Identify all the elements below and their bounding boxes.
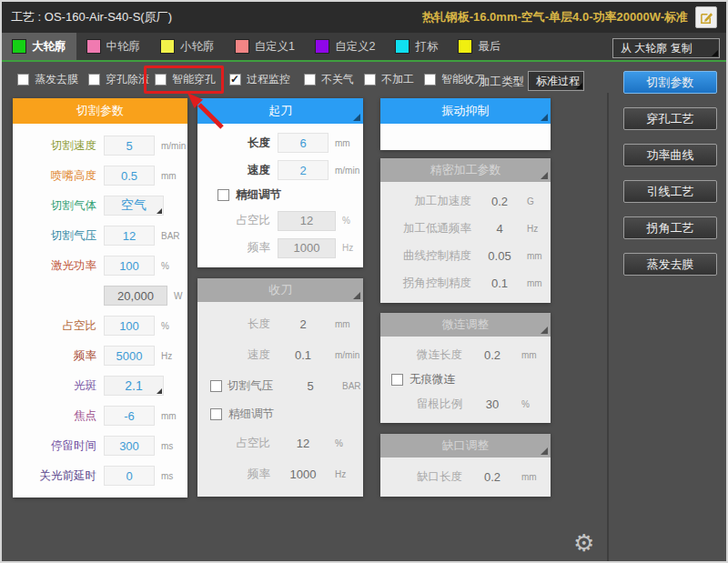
tab-big-contour[interactable]: 大轮廓 bbox=[2, 33, 76, 60]
tab-custom1[interactable]: 自定义1 bbox=[225, 33, 305, 60]
spot-size-dropdown[interactable]: 2.1 bbox=[104, 376, 164, 396]
param-unit: ms bbox=[161, 471, 173, 481]
tab-marking[interactable]: 打标 bbox=[385, 33, 448, 60]
leadin-fine-tune-checkbox[interactable]: 精细调节 bbox=[197, 187, 363, 203]
tab-mid-contour[interactable]: 中轮廓 bbox=[76, 33, 151, 60]
panel-header[interactable]: 缺口调整 bbox=[380, 434, 551, 457]
settings-gear-icon[interactable]: ⚙ bbox=[573, 531, 594, 555]
power-watts-readout: 20,000 bbox=[104, 286, 167, 306]
panel-header: 切割参数 bbox=[13, 98, 187, 124]
process-settings-window: 工艺 : OS-160-Air-S40-S(原厂) 热轧钢板-16.0mm-空气… bbox=[0, 0, 728, 563]
sidebar-button-corner-process[interactable]: 拐角工艺 bbox=[623, 216, 717, 239]
param-unit: Hz bbox=[335, 469, 346, 479]
param-unit: m/min bbox=[335, 166, 359, 176]
dropdown-corner-icon bbox=[576, 83, 582, 89]
leadin-speed-input[interactable]: 2 bbox=[278, 160, 329, 180]
leadout-gas-checkbox[interactable]: 切割气压 bbox=[197, 378, 278, 394]
laser-off-delay-input[interactable]: 0 bbox=[104, 466, 155, 486]
checkbox-process-monitor[interactable]: 过程监控 bbox=[229, 72, 290, 87]
param-label: 频率 bbox=[13, 348, 96, 364]
param-label: 长度 bbox=[197, 136, 270, 151]
sidebar-button-leadline-process[interactable]: 引线工艺 bbox=[623, 180, 717, 203]
tab-small-contour[interactable]: 小轮廓 bbox=[150, 33, 225, 60]
process-type-value: 标准过程 bbox=[536, 74, 580, 89]
frequency-input[interactable]: 5000 bbox=[104, 346, 155, 366]
checkbox-no-process[interactable]: 不加工 bbox=[364, 72, 414, 87]
panel-header[interactable]: 精密加工参数 bbox=[380, 158, 551, 182]
nozzle-height-input[interactable]: 0.5 bbox=[104, 166, 155, 186]
process-type-dropdown[interactable]: 标准过程 bbox=[528, 71, 584, 91]
param-label: 速度 bbox=[197, 347, 270, 363]
laser-power-input[interactable]: 100 bbox=[104, 256, 155, 276]
gas-pressure-input[interactable]: 12 bbox=[104, 226, 155, 246]
button-label: 功率曲线 bbox=[647, 147, 694, 164]
sidebar-button-pierce-process[interactable]: 穿孔工艺 bbox=[623, 107, 717, 130]
checkbox-label: 精细调节 bbox=[228, 407, 274, 422]
checkbox-pierce-slag[interactable]: 穿孔除渣 bbox=[88, 72, 149, 87]
leadin-frequency-input: 1000 bbox=[278, 238, 336, 258]
param-label: 曲线控制精度 bbox=[380, 248, 471, 264]
panel-header[interactable]: 振动抑制 bbox=[380, 98, 551, 124]
checkbox-icon bbox=[304, 74, 316, 85]
checkbox-evaporate-film[interactable]: 蒸发去膜 bbox=[17, 72, 78, 87]
tab-last[interactable]: 最后 bbox=[448, 33, 511, 60]
edit-icon bbox=[700, 11, 713, 25]
param-label: 占空比 bbox=[197, 436, 270, 451]
panel-header[interactable]: 微连调整 bbox=[380, 313, 551, 337]
copy-from-dropdown[interactable]: 从 大轮廓 复制 bbox=[612, 38, 720, 58]
panel-title: 振动抑制 bbox=[442, 103, 490, 119]
checkbox-icon bbox=[17, 74, 29, 85]
checkbox-label: 穿孔除渣 bbox=[106, 72, 149, 87]
param-unit: mm bbox=[161, 411, 177, 421]
microjoint-seamless-checkbox[interactable]: 无痕微连 bbox=[380, 372, 551, 387]
cut-speed-input[interactable]: 5 bbox=[104, 136, 155, 156]
param-unit: % bbox=[161, 261, 169, 271]
panel-header[interactable]: 起刀 bbox=[197, 98, 363, 124]
sidebar-button-power-curve[interactable]: 功率曲线 bbox=[623, 144, 717, 166]
leadout-duty-value: 12 bbox=[278, 433, 329, 453]
panel-header[interactable]: 收刀 bbox=[197, 278, 363, 302]
checkbox-smart-pierce[interactable]: 智能穿孔 bbox=[155, 72, 216, 87]
dwell-time-input[interactable]: 300 bbox=[104, 436, 155, 456]
focus-input[interactable]: -6 bbox=[104, 406, 155, 426]
sidebar-button-cutting-params[interactable]: 切割参数 bbox=[623, 71, 717, 94]
leadin-length-input[interactable]: 6 bbox=[278, 133, 329, 153]
panel-corner-icon bbox=[541, 172, 548, 179]
dropdown-corner-icon bbox=[157, 208, 162, 214]
param-unit: % bbox=[342, 216, 350, 226]
edit-recipe-button[interactable] bbox=[695, 6, 717, 28]
param-label: 加工加速度 bbox=[380, 194, 471, 209]
checkbox-smart-leadout[interactable]: 智能收刀 bbox=[424, 72, 485, 87]
leadin-length-row: 长度 6 mm bbox=[197, 133, 363, 153]
leadout-gas-pressure-row: 切割气压 5 BAR bbox=[197, 377, 363, 397]
leadout-fine-tune-checkbox[interactable]: 精细调节 bbox=[197, 407, 363, 422]
checkbox-label: 不关气 bbox=[321, 72, 354, 87]
param-label: 缺口长度 bbox=[380, 469, 462, 485]
checkbox-label: 智能穿孔 bbox=[172, 72, 216, 87]
dropdown-corner-icon bbox=[712, 50, 718, 56]
param-unit: ms bbox=[161, 441, 173, 451]
checkbox-gas-on[interactable]: 不关气 bbox=[304, 72, 354, 87]
precision-corner-value: 0.1 bbox=[479, 274, 521, 294]
param-unit: W bbox=[174, 291, 182, 301]
process-type-label: 加工类型 bbox=[479, 75, 524, 90]
checkbox-icon bbox=[229, 74, 241, 85]
sidebar-button-evaporate-film[interactable]: 蒸发去膜 bbox=[623, 253, 717, 276]
tab-color-swatch bbox=[86, 39, 101, 54]
checkbox-icon bbox=[364, 74, 376, 85]
param-unit: mm bbox=[335, 138, 350, 148]
title-bar: 工艺 : OS-160-Air-S40-S(原厂) 热轧钢板-16.0mm-空气… bbox=[2, 2, 726, 33]
cut-gas-dropdown[interactable]: 空气 bbox=[104, 196, 164, 216]
tab-custom2[interactable]: 自定义2 bbox=[305, 33, 385, 60]
checkbox-icon bbox=[210, 408, 222, 420]
checkbox-icon bbox=[424, 74, 436, 85]
precision-lowpass-row: 加工低通频率 4 Hz bbox=[380, 218, 551, 238]
leadout-speed-value: 0.1 bbox=[278, 346, 329, 366]
leadout-frequency-row: 频率 1000 Hz bbox=[197, 464, 363, 484]
param-label: 占空比 bbox=[13, 318, 96, 334]
checkbox-label: 无痕微连 bbox=[410, 372, 455, 387]
duty-cycle-input[interactable]: 100 bbox=[104, 316, 155, 336]
checkbox-label: 不加工 bbox=[381, 72, 414, 87]
tab-label: 最后 bbox=[478, 39, 500, 55]
copy-from-value: 从 大轮廓 复制 bbox=[621, 41, 693, 56]
